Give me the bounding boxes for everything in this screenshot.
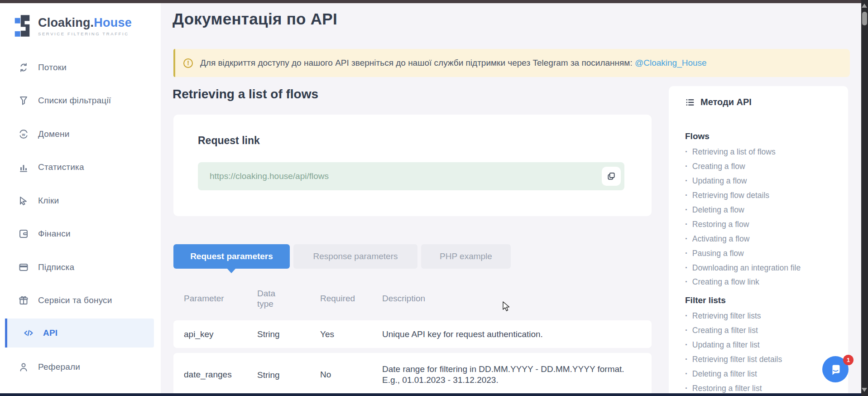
telegram-link[interactable]: @Cloaking_House	[635, 58, 707, 68]
logo-icon	[13, 14, 32, 38]
toc-group-flows: Flows	[685, 131, 834, 141]
sidebar-item-clicks[interactable]: Кліки	[0, 186, 153, 215]
tab-request-parameters[interactable]: Request parameters	[173, 244, 290, 269]
copy-button[interactable]	[602, 167, 621, 186]
clicks-icon	[18, 195, 29, 206]
cell-required: Yes	[320, 320, 374, 348]
toc-title: Методи API	[700, 97, 752, 107]
list-icon	[685, 97, 695, 107]
cell-parameter: api_key	[184, 320, 252, 348]
sidebar-item-finance[interactable]: Фінанси	[0, 219, 153, 248]
services-icon	[18, 295, 29, 306]
toc-item[interactable]: Activating a flow	[685, 232, 834, 246]
cell-description: Date range for filtering in DD.MM.YYYY -…	[382, 353, 636, 396]
toc-item[interactable]: Updating a flow	[685, 174, 834, 188]
request-url-box: https://cloaking.house/api/flows	[198, 162, 624, 190]
toc-group-filter-lists: Filter lists	[685, 295, 834, 305]
col-header-parameter: Parameter	[184, 285, 252, 313]
sidebar-item-filter-lists[interactable]: Списки фільтрації	[0, 86, 153, 115]
col-header-description: Description	[382, 285, 636, 313]
window-top-edge	[0, 0, 868, 3]
page-scroll-down-arrow[interactable]	[862, 388, 867, 392]
toc-item[interactable]: Creating a flow	[685, 159, 834, 174]
tab-response-parameters[interactable]: Response parameters	[293, 244, 417, 269]
toc-item[interactable]: Retrieving filter lists	[685, 309, 834, 324]
table-row: date_ranges String No Date range for fil…	[173, 353, 652, 396]
brand-name: Cloaking.House	[38, 16, 132, 30]
sync-icon	[18, 62, 29, 73]
toc-item[interactable]: Restoring a flow	[685, 217, 834, 232]
cell-description: Unique API key for request authenticatio…	[382, 320, 636, 348]
alert-text: Для відкриття доступу до нашого API звер…	[200, 58, 635, 68]
sidebar-item-statistics[interactable]: Статистика	[0, 153, 153, 182]
page-scrollbar-thumb[interactable]	[862, 12, 867, 25]
copy-icon	[607, 172, 616, 181]
request-link-heading: Request link	[198, 135, 260, 147]
sidebar-item-api[interactable]: API	[5, 319, 154, 348]
api-icon	[23, 328, 34, 338]
tab-php-example[interactable]: PHP example	[421, 244, 511, 269]
toc-item[interactable]: Creating a flow link	[685, 275, 834, 290]
toc-item[interactable]: Creating a filter list	[685, 324, 834, 338]
domains-icon: w	[18, 129, 29, 140]
stats-icon	[18, 162, 29, 173]
request-link-card: Request link https://cloaking.house/api/…	[173, 115, 652, 216]
table-row: api_key String Yes Unique API key for re…	[173, 320, 652, 348]
col-header-data-type: Data type	[257, 285, 289, 313]
toc-item[interactable]: Deleting a flow	[685, 203, 834, 217]
finance-icon	[18, 228, 29, 239]
sidebar-item-flows[interactable]: Потоки	[0, 53, 153, 82]
col-header-required: Required	[320, 285, 374, 313]
toc-item[interactable]: Updating a filter list	[685, 338, 834, 353]
request-url: https://cloaking.house/api/flows	[210, 171, 329, 181]
toc-item[interactable]: Pausing a flow	[685, 246, 834, 261]
window-bottom-edge	[0, 393, 868, 396]
svg-text:w: w	[21, 132, 25, 137]
api-access-alert: ! Для відкриття доступу до нашого API зв…	[173, 49, 850, 77]
toc-item[interactable]: Deleting a filter list	[685, 367, 834, 381]
api-methods-panel: Методи API Flows Retrieving a list of fl…	[669, 86, 848, 396]
sidebar-item-domains[interactable]: w Домени	[0, 120, 153, 149]
filter-icon	[18, 95, 29, 106]
section-title: Retrieving a list of flows	[173, 87, 318, 101]
cell-data-type: String	[257, 353, 289, 396]
sidebar-item-services[interactable]: Сервіси та бонуси	[0, 286, 153, 315]
page-scroll-up-arrow[interactable]	[862, 4, 867, 8]
active-tab-pointer	[227, 268, 236, 273]
cell-required: No	[320, 353, 374, 396]
subscription-icon	[18, 262, 29, 273]
sidebar-item-subscription[interactable]: Підписка	[0, 253, 153, 282]
sidebar-item-referrals[interactable]: Реферали	[0, 353, 153, 382]
page-title: Документація по API	[173, 10, 337, 28]
cell-data-type: String	[257, 320, 289, 348]
toc-item[interactable]: Retrieving a list of flows	[685, 145, 834, 159]
referrals-icon	[18, 362, 29, 372]
toc-item[interactable]: Downloading an integration file	[685, 261, 834, 275]
toc-item[interactable]: Retrieving flow details	[685, 188, 834, 203]
brand-tagline: SERVICE FILTERING TRAFFIC	[38, 31, 132, 36]
page-scrollbar-track[interactable]	[861, 0, 868, 396]
cell-parameter: date_ranges	[184, 353, 252, 396]
sidebar: Cloaking.House SERVICE FILTERING TRAFFIC…	[0, 3, 161, 393]
warning-icon: !	[183, 58, 193, 68]
table-header-row: Parameter Data type Required Description	[173, 285, 652, 313]
logo[interactable]: Cloaking.House SERVICE FILTERING TRAFFIC	[13, 14, 132, 38]
toc-item[interactable]: Retrieving filter list details	[685, 353, 834, 367]
notification-badge: 1	[843, 355, 854, 365]
chat-bubble-icon	[829, 362, 842, 376]
